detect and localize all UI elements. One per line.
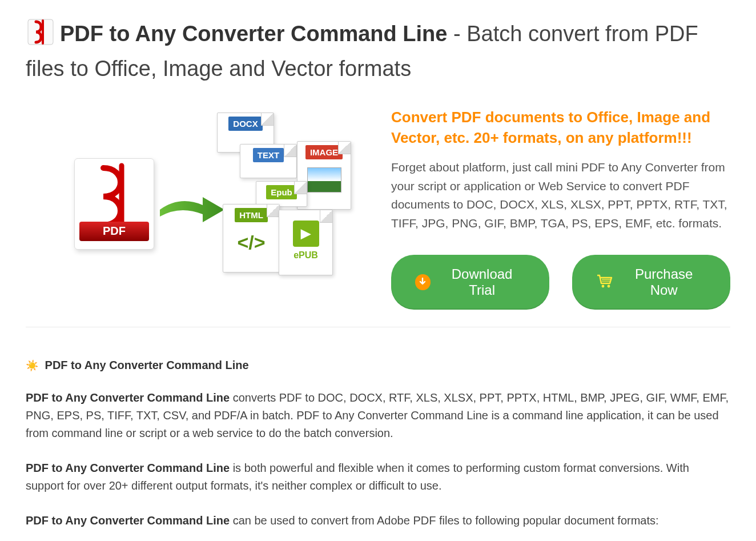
target-epub2: ePUB [293, 250, 318, 261]
cart-icon [596, 274, 613, 291]
download-trial-label: Download Trial [439, 266, 525, 298]
download-trial-button[interactable]: Download Trial [391, 255, 549, 310]
arrow-icon [157, 193, 226, 227]
sun-bullet-icon: ☀️ [26, 360, 38, 371]
section-heading-text: PDF to Any Converter Command Line [45, 359, 249, 371]
paragraph-2: PDF to Any Converter Command Line is bot… [26, 459, 730, 495]
target-epub: Epub [266, 185, 297, 199]
purchase-now-button[interactable]: Purchase Now [572, 255, 730, 310]
pdf-source-icon: PDF [74, 158, 154, 250]
hero-headline: Convert PDF documents to Office, Image a… [391, 107, 730, 149]
para1-bold: PDF to Any Converter Command Line [26, 391, 230, 404]
hero-row: PDF DOCX TEXT IMAGE [26, 107, 730, 310]
pdf-app-icon [26, 17, 55, 54]
download-icon [415, 274, 431, 290]
target-image: IMAGE [305, 145, 343, 159]
target-docx: DOCX [228, 117, 262, 131]
button-row: Download Trial Purchase Now [391, 255, 730, 310]
section-heading: ☀️ PDF to Any Converter Command Line [26, 359, 730, 372]
pdf-label: PDF [79, 222, 149, 241]
para3-rest: can be used to convert from Adobe PDF fi… [230, 514, 659, 527]
hero-text: Convert PDF documents to Office, Image a… [391, 107, 730, 310]
svg-point-1 [602, 284, 605, 287]
hero-graphic: PDF DOCX TEXT IMAGE [26, 107, 363, 278]
page-title: PDF to Any Converter Command Line - Batc… [26, 17, 730, 84]
para2-bold: PDF to Any Converter Command Line [26, 462, 230, 474]
purchase-now-label: Purchase Now [621, 266, 706, 298]
target-html: HTML [235, 208, 268, 222]
target-text: TEXT [253, 148, 284, 162]
svg-point-2 [608, 284, 610, 287]
page-title-bold: PDF to Any Converter Command Line [60, 22, 447, 46]
paragraph-1: PDF to Any Converter Command Line conver… [26, 389, 730, 442]
paragraph-3: PDF to Any Converter Command Line can be… [26, 512, 730, 530]
para3-bold: PDF to Any Converter Command Line [26, 514, 230, 527]
divider [26, 327, 730, 327]
hero-subtext: Forget about platform, just call mini PD… [391, 158, 730, 233]
